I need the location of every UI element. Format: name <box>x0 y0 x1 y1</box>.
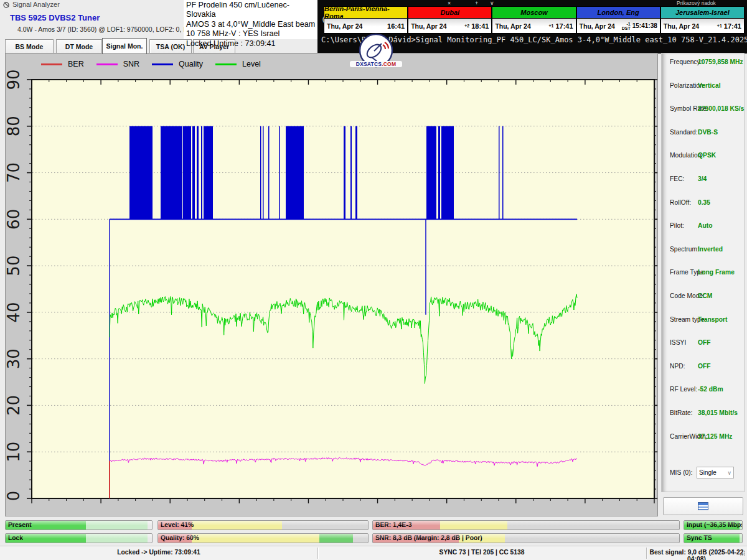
clock-offset: +1 <box>717 24 722 28</box>
param-row: Spectrum:Inverted <box>662 246 744 256</box>
clock-city-label: London, Eng <box>598 9 639 16</box>
quality-bar: Quality: 60% <box>157 533 369 543</box>
param-row: Polarization:Vertical <box>662 82 744 92</box>
tab-dt-mode[interactable]: DT Mode <box>56 39 102 54</box>
clock-date: Thu, Apr 24 <box>411 22 446 30</box>
param-value: OFF <box>698 339 711 346</box>
clock-date: Thu, Apr 24 <box>327 22 362 30</box>
signal-chart-panel: BER SNR Quality Level 010203040506070809… <box>5 53 658 516</box>
tab-tsa[interactable]: TSA (OK) <box>149 39 192 54</box>
statusbar: Locked -> Uptime: 73:09:41 SYNC 73 | TEI… <box>0 546 747 560</box>
snr-bar: SNR: 8,3 dB (Margin: 2,8 dB | Poor) <box>372 533 680 543</box>
svg-text:80: 80 <box>6 116 23 136</box>
clock-date: Thu, Apr 24 <box>664 22 699 30</box>
clock-offset: +2 <box>464 24 469 28</box>
svg-text:20: 20 <box>6 395 23 416</box>
svg-text:10: 10 <box>6 442 23 462</box>
antenna-info-block: PF Prodelin 450 cm/Lučenec-Slovakia AMOS… <box>184 0 318 39</box>
param-row: FEC:3/4 <box>662 175 744 185</box>
param-label: NPD: <box>670 363 685 370</box>
mis-select[interactable]: Single∨ <box>697 467 734 478</box>
param-row: CarrierWidth:37,125 MHz <box>662 433 744 443</box>
clock-date: Thu, Apr 24 <box>580 22 615 30</box>
param-value: Long Frame <box>698 269 735 276</box>
clock-city-label: Berlin-Paris-Vienna-Roma <box>324 5 407 20</box>
signal-parameters-panel: Frequency:10759,858 MHzPolarization:Vert… <box>661 53 745 492</box>
param-value: 3/4 <box>698 175 707 182</box>
clock-jerusalem: Jerusalem-Israel Thu, Apr 24 +1 17:41 <box>660 6 745 34</box>
resize-grip[interactable] <box>740 550 746 556</box>
param-label: Frequency: <box>670 58 702 65</box>
param-row: Modulation:QPSK <box>662 152 744 162</box>
param-value: Vertical <box>698 82 721 89</box>
world-clocks-bar: Berlin-Paris-Vienna-Roma Thu, Apr 24 16:… <box>324 6 745 34</box>
app-icon <box>3 1 10 8</box>
console-close-button[interactable]: × <box>448 0 451 6</box>
param-value: -52 dBm <box>698 386 723 393</box>
level-bar: Level: 41% <box>157 520 369 530</box>
statusbar-uptime: Locked -> Uptime: 73:09:41 <box>0 549 317 556</box>
param-label: ISSYI <box>670 339 686 346</box>
svg-text:60: 60 <box>6 209 23 230</box>
param-row: RollOff:0.35 <box>662 199 744 209</box>
param-label: FEC: <box>670 175 684 182</box>
param-value: DVB-S <box>698 129 718 136</box>
param-value: 38,015 Mbit/s <box>698 409 738 416</box>
ber-bar: BER: 1,4E-3 <box>372 520 680 530</box>
clock-city-label: Dubai <box>441 9 460 16</box>
statusbar-sync-counters: SYNC 73 | TEI 205 | CC 5138 <box>318 549 646 556</box>
tab-bs-mode[interactable]: BS Mode <box>5 39 54 54</box>
clock-offset: -1 <box>626 22 630 26</box>
info-line-uptime: Locked Uptime : 73:09:41 <box>186 39 318 49</box>
svg-text:0: 0 <box>6 491 23 502</box>
clock-city-label: Moscow <box>520 9 547 16</box>
logo-text-suffix: .COM <box>382 61 396 67</box>
param-row: Stream type:Transport <box>662 316 744 326</box>
param-label: RF Level: <box>670 386 697 393</box>
svg-text:50: 50 <box>6 256 23 276</box>
param-value: CCM <box>698 292 712 299</box>
param-row: ISSYIOFF <box>662 339 744 349</box>
clock-moscow: Moscow Thu, Apr 24 +1 17:41 <box>492 6 576 34</box>
param-value: 27500,018 KS/s <box>698 105 744 112</box>
clock-offset: +1 <box>548 24 553 28</box>
lock-indicator: Lock <box>5 533 153 543</box>
dxsatcs-logo: DXSATCS.COM <box>354 32 398 71</box>
param-row: Code Mode:CCM <box>662 292 744 302</box>
param-row: Pilot:Auto <box>662 222 744 232</box>
param-value: 10759,858 MHz <box>698 58 743 65</box>
param-row: Frame Type:Long Frame <box>662 269 744 279</box>
info-line-satellite: AMOS 3 at 4,0°W_Middle East beam <box>186 20 318 29</box>
clock-time: 17:41 <box>724 22 741 30</box>
param-row: Symbol Rate:27500,018 KS/s <box>662 105 744 115</box>
clock-berlin-paris-vienna-roma: Berlin-Paris-Vienna-Roma Thu, Apr 24 16:… <box>324 6 408 34</box>
clock-london: London, Eng Thu, Apr 24 -1DST 15:41:38 <box>576 6 660 34</box>
save-button[interactable] <box>663 497 743 515</box>
tab-signal-mon[interactable]: Signal Mon. <box>102 38 147 54</box>
mis-selected-value: Single <box>699 469 716 476</box>
param-value: Transport <box>698 316 728 323</box>
param-value: Auto <box>698 222 712 229</box>
save-icon <box>698 502 708 510</box>
param-row: Frequency:10759,858 MHz <box>662 58 744 68</box>
param-value: 37,125 MHz <box>698 433 733 440</box>
chevron-down-icon: ∨ <box>727 470 731 476</box>
param-label: RollOff: <box>670 199 691 206</box>
param-label: Pilot: <box>670 222 684 229</box>
logo-text-main: DXSATCS <box>356 61 382 67</box>
clock-date: Thu, Apr 24 <box>495 22 530 30</box>
param-row: BitRate:38,015 Mbit/s <box>662 409 744 419</box>
param-row: RF Level:-52 dBm <box>662 386 744 396</box>
console-plus-button[interactable]: + <box>475 0 478 6</box>
svg-text:30: 30 <box>6 348 23 369</box>
param-value: OFF <box>698 363 711 370</box>
input-indicator: Input (~36,35 Mbps) <box>684 520 743 530</box>
console-title: Príkazový riadok <box>677 0 716 6</box>
signal-history-chart: 0102030405060708090 <box>6 54 657 516</box>
clock-city-label: Jerusalem-Israel <box>675 9 730 16</box>
window-title: Signal Analyzer <box>12 1 60 8</box>
present-indicator: Present <box>5 520 153 530</box>
param-value: 0.35 <box>698 199 710 206</box>
console-chevron-icon[interactable]: ∨ <box>490 0 494 6</box>
param-row: Standard:DVB-S <box>662 129 744 139</box>
